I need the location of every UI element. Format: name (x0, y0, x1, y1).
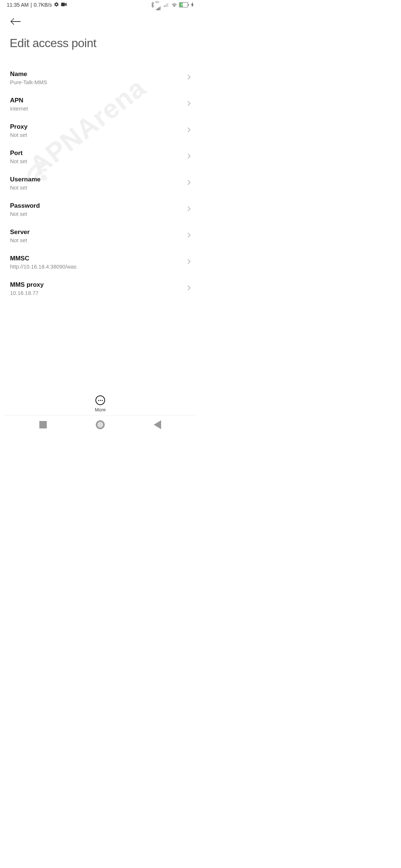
setting-title: Port (10, 149, 183, 157)
setting-item-port[interactable]: PortNot set (0, 144, 200, 170)
chevron-right-icon (187, 232, 191, 240)
back-button[interactable] (10, 16, 22, 27)
setting-content: ServerNot set (10, 228, 183, 244)
setting-item-server[interactable]: ServerNot set (0, 223, 200, 249)
setting-item-apn[interactable]: APNinternet (0, 91, 200, 118)
svg-rect-2 (157, 8, 158, 10)
setting-title: MMSC (10, 254, 183, 263)
chevron-right-icon (187, 101, 191, 108)
setting-value: Not set (10, 158, 183, 165)
gear-icon (54, 2, 59, 8)
setting-title: MMS proxy (10, 281, 183, 289)
status-data-rate: 0.7KB/s (34, 2, 52, 8)
wifi-icon (171, 2, 177, 7)
svg-rect-8 (167, 3, 168, 7)
chevron-right-icon (187, 206, 191, 213)
setting-value: Not set (10, 184, 183, 191)
setting-item-mmsc[interactable]: MMSChttp://10.16.18.4:38090/was (0, 249, 200, 276)
setting-content: UsernameNot set (10, 175, 183, 191)
battery-icon: 38 (179, 2, 189, 7)
setting-title: Username (10, 175, 183, 184)
home-button[interactable] (96, 420, 105, 429)
setting-item-password[interactable]: PasswordNot set (0, 197, 200, 223)
page-title: Edit access point (10, 36, 191, 50)
charging-icon (191, 2, 194, 7)
bluetooth-icon (150, 2, 155, 8)
header: Edit access point (0, 10, 200, 50)
camera-icon (61, 2, 67, 8)
setting-item-username[interactable]: UsernameNot set (0, 170, 200, 197)
setting-item-name[interactable]: NamePure-Talk-MMS (0, 65, 200, 91)
status-time: 11:35 AM (7, 2, 29, 8)
chevron-right-icon (187, 180, 191, 187)
setting-title: Password (10, 202, 183, 210)
svg-rect-7 (166, 4, 167, 7)
status-left: 11:35 AM | 0.7KB/s (7, 2, 67, 8)
signal-4g-icon: 4G (156, 0, 162, 10)
recents-button[interactable] (39, 421, 47, 428)
svg-rect-3 (159, 7, 159, 10)
signal-nosim-icon (164, 3, 170, 7)
more-button[interactable]: More (0, 392, 200, 412)
setting-content: NamePure-Talk-MMS (10, 70, 183, 86)
setting-title: APN (10, 96, 183, 105)
setting-content: PortNot set (10, 149, 183, 165)
chevron-right-icon (187, 127, 191, 134)
more-icon (95, 395, 105, 405)
svg-rect-4 (160, 6, 161, 10)
chevron-right-icon (187, 259, 191, 266)
setting-content: MMS proxy10.16.18.77 (10, 281, 183, 297)
setting-value: Not set (10, 132, 183, 139)
setting-content: MMSChttp://10.16.18.4:38090/was (10, 254, 183, 270)
status-sep: | (30, 2, 32, 8)
svg-rect-0 (61, 3, 65, 6)
setting-title: Name (10, 70, 183, 78)
settings-list: NamePure-Talk-MMSAPNinternetProxyNot set… (0, 65, 200, 302)
more-label: More (95, 407, 106, 412)
setting-value: Not set (10, 211, 183, 218)
setting-item-proxy[interactable]: ProxyNot set (0, 118, 200, 144)
svg-rect-1 (156, 9, 157, 10)
chevron-right-icon (187, 285, 191, 292)
setting-item-mms-proxy[interactable]: MMS proxy10.16.18.77 (0, 276, 200, 302)
status-bar: 11:35 AM | 0.7KB/s 4G 38 (0, 0, 200, 10)
setting-value: 10.16.18.77 (10, 290, 183, 297)
setting-value: http://10.16.18.4:38090/was (10, 263, 183, 270)
setting-content: ProxyNot set (10, 123, 183, 139)
back-nav-button[interactable] (154, 420, 161, 429)
setting-value: internet (10, 105, 183, 112)
nav-bar (0, 415, 200, 434)
svg-rect-10 (188, 4, 189, 6)
setting-content: APNinternet (10, 96, 183, 112)
status-right: 4G 38 (150, 0, 194, 10)
setting-value: Pure-Talk-MMS (10, 79, 183, 86)
chevron-right-icon (187, 153, 191, 161)
setting-title: Server (10, 228, 183, 236)
setting-content: PasswordNot set (10, 202, 183, 218)
setting-value: Not set (10, 237, 183, 244)
chevron-right-icon (187, 74, 191, 82)
setting-title: Proxy (10, 123, 183, 131)
